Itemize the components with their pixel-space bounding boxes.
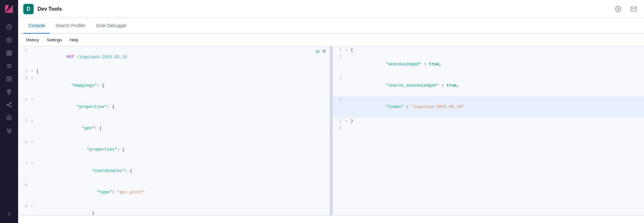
svg-rect-6: [10, 51, 11, 52]
out-toggle-2: [346, 54, 350, 61]
settings-icon[interactable]: [613, 4, 623, 14]
line-num-1: 1: [18, 47, 31, 54]
sidebar-item-more[interactable]: [3, 208, 15, 220]
app-title: Dev Tools: [38, 6, 609, 12]
app-header: D Dev Tools: [18, 0, 644, 18]
line-content-2: {: [35, 68, 327, 75]
out-line-num-3: 3: [333, 75, 346, 82]
sidebar-item-discover[interactable]: [3, 34, 15, 46]
line-num-3: 3: [18, 75, 31, 82]
editor-line-5: 5 ▾ "geo": {: [18, 118, 330, 139]
header-actions: [613, 4, 639, 14]
editor-actions: ▷ ⚙: [316, 48, 326, 55]
line-num-9: 9: [18, 203, 31, 210]
out-line-num-5: 5: [333, 118, 346, 125]
out-content-2: "acknowledged" : true,: [350, 54, 642, 75]
query-editor[interactable]: 1 PUT /logstash-2015.05.18 ▷ ⚙ 2 ▾ {: [18, 47, 330, 215]
editor-line-4: 4 ▾ "properties": {: [18, 96, 330, 118]
line-num-4: 4: [18, 96, 31, 103]
out-toggle-3: [346, 75, 350, 82]
svg-point-17: [10, 106, 11, 107]
link-icon[interactable]: ⚙: [323, 48, 326, 55]
out-toggle-6: [346, 125, 350, 132]
svg-rect-7: [7, 54, 8, 55]
sidebar-item-recent[interactable]: [3, 21, 15, 33]
main-content: D Dev Tools Console Search Profiler Grok…: [18, 0, 644, 223]
svg-point-3: [7, 38, 12, 43]
status-bar: [18, 215, 644, 223]
out-line-num-2: 2: [333, 54, 346, 61]
output-line-2: 2 "acknowledged" : true,: [333, 54, 644, 75]
out-content-4: "index" : "logstash-2015.05.18": [350, 96, 642, 118]
tab-console[interactable]: Console: [23, 18, 50, 34]
out-toggle-4: [346, 96, 350, 103]
line-num-6: 6: [18, 139, 31, 146]
line-num-2: 2: [18, 68, 31, 75]
line-toggle-2[interactable]: ▾: [31, 68, 35, 75]
pane-divider[interactable]: ⋮: [330, 47, 333, 215]
line-toggle-6[interactable]: ▾: [31, 139, 35, 146]
help-button[interactable]: Help: [67, 36, 81, 44]
out-line-num-4: 4: [333, 96, 346, 103]
svg-line-19: [8, 105, 10, 106]
line-num-8: 8: [18, 182, 31, 189]
svg-rect-12: [7, 77, 11, 81]
tab-search-profiler[interactable]: Search Profiler: [50, 18, 91, 34]
line-toggle-4[interactable]: ▾: [31, 96, 35, 103]
line-toggle-5[interactable]: ▾: [31, 118, 35, 125]
out-toggle-1[interactable]: ▾: [346, 47, 350, 54]
tab-grok-debugger[interactable]: Grok Debugger: [91, 18, 132, 34]
out-content-3: "shards_acknowledged" : true,: [350, 75, 642, 96]
app-icon: D: [23, 4, 34, 14]
line-toggle-9[interactable]: ▸: [31, 203, 35, 210]
sidebar-item-ml[interactable]: [3, 112, 15, 123]
secondary-toolbar: History Settings Help: [18, 34, 644, 47]
svg-rect-5: [7, 51, 8, 52]
line-content-3: "mappings": {: [35, 75, 327, 96]
sidebar-item-dashboard[interactable]: [3, 47, 15, 59]
sidebar-item-visualize[interactable]: [3, 60, 15, 72]
line-num-7: 7: [18, 160, 31, 167]
run-icon[interactable]: ▷: [316, 48, 320, 55]
output-line-6: 6: [333, 125, 644, 132]
svg-rect-8: [10, 54, 11, 55]
editor-line-2: 2 ▾ {: [18, 68, 330, 75]
line-toggle-1[interactable]: [31, 47, 35, 54]
line-content-9: }: [35, 203, 327, 215]
mail-icon[interactable]: [628, 4, 639, 14]
line-toggle-7[interactable]: ▾: [31, 160, 35, 167]
sidebar-item-maps[interactable]: [3, 86, 15, 98]
editor-line-1: 1 PUT /logstash-2015.05.18 ▷ ⚙: [18, 47, 330, 68]
line-num-5: 5: [18, 118, 31, 125]
svg-point-21: [617, 8, 619, 10]
out-content-6: [350, 125, 642, 132]
line-content-7: "coordinates": {: [35, 160, 327, 182]
line-toggle-3[interactable]: ▾: [31, 75, 35, 82]
svg-point-13: [8, 78, 10, 80]
line-content-6: "properties": {: [35, 139, 327, 160]
line-content-5: "geo": {: [35, 118, 327, 139]
out-line-num-6: 6: [333, 125, 346, 132]
sidebar-item-graph[interactable]: [3, 99, 15, 111]
svg-point-4: [8, 39, 10, 41]
output-content: 1 ▾ { 2 "acknowledged" : true, 3: [333, 47, 644, 132]
editor-line-6: 6 ▾ "properties": {: [18, 139, 330, 160]
editor-container: 1 PUT /logstash-2015.05.18 ▷ ⚙ 2 ▾ {: [18, 47, 644, 215]
out-line-num-1: 1: [333, 47, 346, 54]
settings-button[interactable]: Settings: [44, 36, 64, 44]
output-line-4: 4 "index" : "logstash-2015.05.18": [333, 96, 644, 118]
line-content-8: "type": "geo_point": [35, 182, 327, 203]
editor-line-7: 7 ▾ "coordinates": {: [18, 160, 330, 182]
sidebar: [0, 0, 18, 223]
kibana-logo[interactable]: [3, 3, 16, 16]
history-button[interactable]: History: [23, 36, 41, 44]
output-pane: 1 ▾ { 2 "acknowledged" : true, 3: [333, 47, 644, 215]
sidebar-item-canvas[interactable]: [3, 73, 15, 85]
svg-point-14: [8, 90, 10, 92]
output-line-1: 1 ▾ {: [333, 47, 644, 54]
sidebar-item-stack[interactable]: [3, 125, 15, 136]
editor-line-3: 3 ▾ "mappings": {: [18, 75, 330, 96]
out-toggle-5[interactable]: ▸: [346, 118, 350, 125]
out-content-1: {: [350, 47, 642, 54]
svg-point-15: [7, 104, 8, 105]
